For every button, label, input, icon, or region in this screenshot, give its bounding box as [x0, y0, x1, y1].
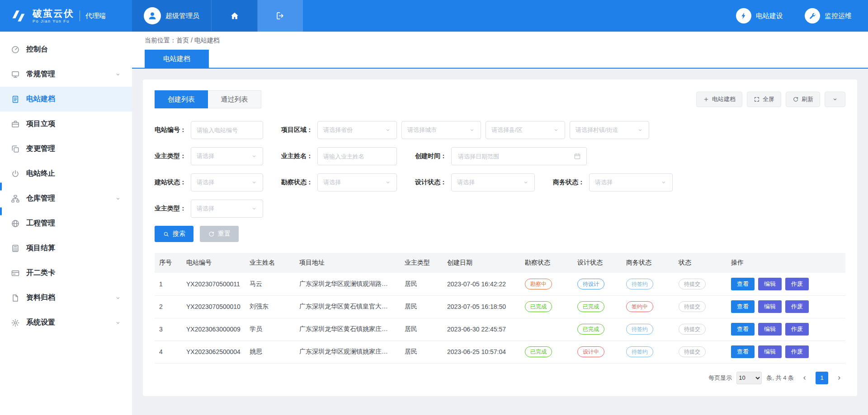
filter-owner-type: 业主类型：请选择 — [155, 147, 263, 165]
col-design: 设计状态 — [573, 253, 622, 273]
view-button[interactable]: 查看 — [731, 278, 755, 290]
list-tabs: 创建列表通过列表 — [155, 90, 261, 108]
void-button[interactable]: 作废 — [785, 300, 809, 313]
page-tab-row: 电站建档 — [132, 50, 868, 69]
edit-button[interactable]: 编辑 — [758, 323, 782, 336]
edit-button[interactable]: 编辑 — [758, 345, 782, 358]
project-region-select-1[interactable]: 请选择城市 — [401, 121, 481, 139]
chevron-down-icon — [385, 127, 391, 133]
sidebar-item-change-management[interactable]: 变更管理 — [0, 136, 132, 161]
cell-no: 4 — [155, 340, 182, 363]
sidebar-item-station-filing[interactable]: 电站建档 — [0, 87, 132, 112]
sidebar-item-project-settlement[interactable]: 项目结算 — [0, 236, 132, 261]
select-placeholder: 请选择 — [323, 178, 381, 187]
dashboard-icon — [11, 45, 20, 54]
filter-label: 项目区域： — [281, 126, 313, 134]
edit-button[interactable]: 编辑 — [758, 278, 782, 290]
page-tab-station-filing[interactable]: 电站建档 — [145, 50, 209, 68]
sidebar-item-station-termination[interactable]: 电站终止 — [0, 161, 132, 186]
cell-survey: 已完成 — [520, 295, 573, 318]
archive-icon — [11, 294, 20, 303]
project-region-select-2[interactable]: 请选择县/区 — [486, 121, 565, 139]
body: 控制台常规管理电站建档项目立项变更管理电站终止仓库管理工程管理项目结算开二类卡资… — [0, 32, 868, 415]
business-status-badge: 待签约 — [626, 324, 653, 335]
sidebar-item-label: 仓库管理 — [26, 194, 55, 203]
chevron-down-icon — [115, 196, 121, 202]
survey-status-select[interactable]: 请选择 — [317, 173, 397, 191]
toolbar: 电站建档全屏刷新 — [696, 92, 845, 107]
create-time-picker[interactable] — [451, 147, 587, 165]
view-button[interactable]: 查看 — [731, 323, 755, 336]
design-status-select[interactable]: 请选择 — [451, 173, 535, 191]
date-range-input[interactable] — [457, 153, 574, 160]
per-page-select[interactable]: 10 — [736, 372, 762, 384]
status-status-badge: 待提交 — [679, 301, 706, 312]
survey-status-badge: 勘察中 — [525, 279, 552, 289]
next-page-button[interactable] — [833, 372, 845, 384]
chevron-down-icon — [553, 127, 559, 133]
topbar-spacer — [303, 0, 736, 32]
sidebar-item-system-settings[interactable]: 系统设置 — [0, 310, 132, 335]
sidebar-item-warehouse-management[interactable]: 仓库管理 — [0, 186, 132, 211]
sidebar-item-project-approval[interactable]: 项目立项 — [0, 112, 132, 136]
topbar-station-build[interactable]: 电站建设 — [736, 8, 783, 23]
business-status-select[interactable]: 请选择 — [589, 173, 673, 191]
wrench-icon — [805, 8, 820, 23]
edit-button[interactable]: 编辑 — [758, 300, 782, 313]
col-created: 创建日期 — [443, 253, 520, 273]
sidebar-scrollbar-mark — [0, 207, 2, 215]
code-text: YX2023070500011 — [186, 280, 240, 288]
sitemap-icon — [11, 194, 20, 203]
plus-icon — [703, 96, 709, 103]
build-status-select[interactable]: 请选择 — [191, 173, 263, 191]
void-button[interactable]: 作废 — [785, 323, 809, 336]
chevron-down-icon — [385, 179, 391, 186]
sidebar-item-general-management[interactable]: 常规管理 — [0, 62, 132, 87]
project-region-select-3[interactable]: 请选择村镇/街道 — [570, 121, 649, 139]
sidebar-item-console[interactable]: 控制台 — [0, 37, 132, 62]
prev-page-button[interactable] — [798, 372, 811, 384]
per-page-label: 每页显示 — [708, 374, 732, 382]
sidebar-item-data-archive[interactable]: 资料归档 — [0, 285, 132, 310]
collapse-button[interactable] — [825, 92, 845, 107]
view-button[interactable]: 查看 — [731, 300, 755, 313]
sidebar-item-class2-card[interactable]: 开二类卡 — [0, 261, 132, 285]
code-text: YX2023062500004 — [186, 348, 241, 355]
col-survey: 勘察状态 — [520, 253, 573, 273]
code-text: YX2023063000009 — [186, 326, 241, 333]
logo-divider — [80, 10, 80, 21]
station-code-input[interactable] — [191, 121, 263, 139]
user-name: 超级管理员 — [165, 12, 199, 20]
filter-label: 业主姓名： — [281, 152, 313, 160]
fullscreen-button[interactable]: 全屏 — [747, 92, 781, 107]
owner-text: 姚思 — [250, 348, 262, 355]
user-menu[interactable]: 超级管理员 — [132, 0, 212, 32]
tab-create-list[interactable]: 创建列表 — [155, 90, 208, 108]
tab-passed-list[interactable]: 通过列表 — [208, 90, 261, 108]
void-button[interactable]: 作废 — [785, 278, 809, 290]
sidebar-item-label: 工程管理 — [26, 219, 55, 228]
logout-button[interactable] — [258, 0, 303, 32]
create-station-button[interactable]: 电站建档 — [696, 92, 742, 107]
sidebar-item-engineering-management[interactable]: 工程管理 — [0, 211, 132, 236]
topbar-monitor-ops[interactable]: 监控运维 — [805, 8, 852, 23]
cell-design: 已完成 — [573, 318, 622, 340]
owner-name-input[interactable] — [317, 147, 397, 165]
reset-button[interactable]: 重置 — [200, 226, 239, 242]
calculator-icon — [11, 244, 20, 253]
pagination: 每页显示 10 条, 共 4 条 1 — [155, 372, 845, 384]
void-button[interactable]: 作废 — [785, 345, 809, 358]
view-button[interactable]: 查看 — [731, 345, 755, 358]
refresh-button[interactable]: 刷新 — [786, 92, 820, 107]
search-button-label: 搜索 — [173, 230, 185, 238]
sidebar-scrollbar-mark — [0, 182, 2, 191]
design-status-badge: 设计中 — [577, 346, 604, 357]
owner-type-select[interactable]: 请选择 — [191, 147, 263, 165]
project-region-select-0[interactable]: 请选择省份 — [317, 121, 397, 139]
logout-icon — [275, 11, 285, 21]
sidebar: 控制台常规管理电站建档项目立项变更管理电站终止仓库管理工程管理项目结算开二类卡资… — [0, 32, 132, 415]
search-button[interactable]: 搜索 — [155, 226, 193, 242]
current-page[interactable]: 1 — [816, 372, 828, 384]
owner-type-2-select[interactable]: 请选择 — [191, 200, 263, 218]
home-button[interactable] — [212, 0, 258, 32]
